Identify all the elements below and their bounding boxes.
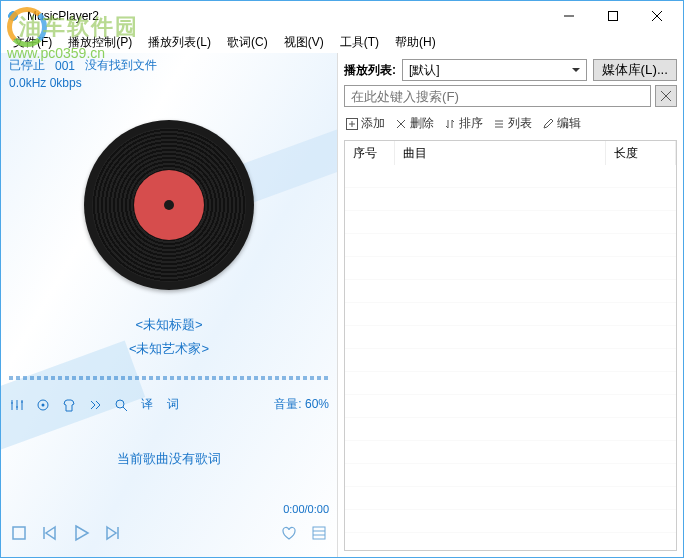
- svg-point-6: [116, 400, 124, 408]
- menu-tools[interactable]: 工具(T): [334, 32, 385, 53]
- volume-label[interactable]: 音量: 60%: [274, 396, 329, 413]
- close-button[interactable]: [635, 1, 679, 31]
- edit-button[interactable]: 编辑: [542, 115, 581, 132]
- playlist-toolbar: 添加 删除 排序 列表 编辑: [344, 111, 677, 136]
- menu-lyrics[interactable]: 歌词(C): [221, 32, 274, 53]
- translate-button[interactable]: 译: [139, 397, 155, 413]
- svg-rect-9: [313, 527, 325, 539]
- lyric-display: 当前歌曲没有歌词: [9, 417, 329, 501]
- double-arrow-icon[interactable]: [87, 397, 103, 413]
- divider: [9, 376, 329, 380]
- window-title: MusicPlayer2: [27, 9, 547, 23]
- status-message: 没有找到文件: [85, 57, 157, 74]
- track-title: <未知标题>: [9, 316, 329, 334]
- equalizer-icon[interactable]: [9, 397, 25, 413]
- menu-view[interactable]: 视图(V): [278, 32, 330, 53]
- shirt-icon[interactable]: [61, 397, 77, 413]
- minimize-button[interactable]: [547, 1, 591, 31]
- bitrate-info: 0.0kHz 0kbps: [9, 76, 329, 90]
- clear-search-button[interactable]: [655, 85, 677, 107]
- menu-play-control[interactable]: 播放控制(P): [62, 32, 138, 53]
- svg-point-5: [42, 403, 45, 406]
- search-icon[interactable]: [113, 397, 129, 413]
- maximize-button[interactable]: [591, 1, 635, 31]
- album-art[interactable]: [84, 120, 254, 290]
- app-icon: [5, 8, 21, 24]
- time-display: 0:00/0:00: [9, 501, 329, 517]
- playlist-pane: 播放列表: [默认] 媒体库(L)... 添加 删除 排序 列表 编辑 序号 曲…: [337, 53, 683, 557]
- library-icon[interactable]: [311, 525, 327, 541]
- sort-button[interactable]: 排序: [444, 115, 483, 132]
- track-artist: <未知艺术家>: [9, 340, 329, 358]
- title-bar: MusicPlayer2: [1, 1, 683, 31]
- search-input[interactable]: [344, 85, 651, 107]
- stop-button[interactable]: [11, 525, 27, 541]
- svg-rect-8: [13, 527, 25, 539]
- settings-icon[interactable]: [35, 397, 51, 413]
- column-track[interactable]: 曲目: [395, 141, 606, 166]
- play-button[interactable]: [71, 523, 91, 543]
- next-button[interactable]: [105, 525, 121, 541]
- lyric-button[interactable]: 词: [165, 397, 181, 413]
- menu-bar: 文件(F) 播放控制(P) 播放列表(L) 歌词(C) 视图(V) 工具(T) …: [1, 31, 683, 53]
- track-table[interactable]: 序号 曲目 长度: [344, 140, 677, 551]
- column-length[interactable]: 长度: [606, 141, 676, 166]
- player-controls: [9, 517, 329, 553]
- favorite-button[interactable]: [281, 525, 297, 541]
- column-seq[interactable]: 序号: [345, 141, 395, 166]
- track-index: 001: [55, 59, 75, 73]
- menu-playlist[interactable]: 播放列表(L): [142, 32, 217, 53]
- now-playing-pane: 已停止 001 没有找到文件 0.0kHz 0kbps <未知标题> <未知艺术…: [1, 53, 337, 557]
- table-body: [345, 165, 676, 550]
- menu-file[interactable]: 文件(F): [7, 32, 58, 53]
- svg-line-7: [123, 407, 127, 411]
- svg-rect-1: [609, 12, 618, 21]
- list-button[interactable]: 列表: [493, 115, 532, 132]
- delete-button[interactable]: 删除: [395, 115, 434, 132]
- play-state: 已停止: [9, 57, 45, 74]
- media-library-button[interactable]: 媒体库(L)...: [593, 59, 677, 81]
- playlist-label: 播放列表:: [344, 62, 396, 79]
- menu-help[interactable]: 帮助(H): [389, 32, 442, 53]
- playlist-select[interactable]: [默认]: [402, 59, 587, 81]
- add-button[interactable]: 添加: [346, 115, 385, 132]
- prev-button[interactable]: [41, 525, 57, 541]
